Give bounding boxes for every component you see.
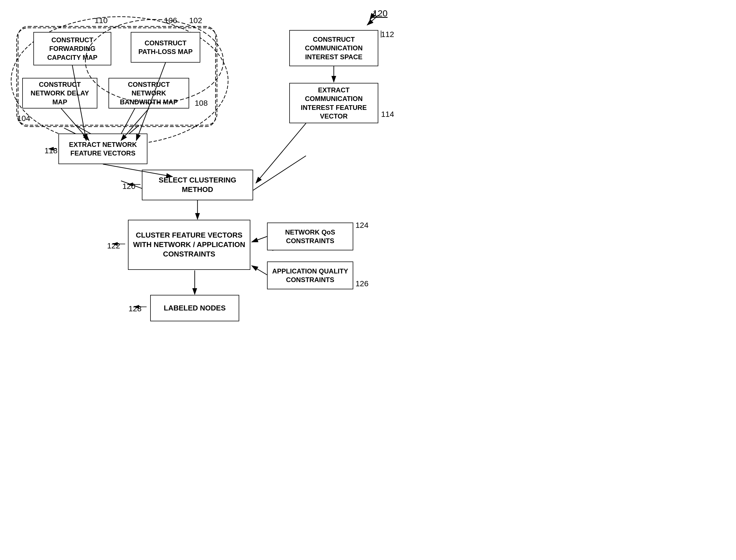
- labeled-nodes-box: LABELED NODES: [150, 295, 239, 321]
- extract-comm-interest-box: EXTRACT COMMUNICATION INTEREST FEATURE V…: [289, 83, 378, 123]
- construct-bandwidth-label: CONSTRUCT NETWORK BANDWIDTH MAP: [112, 80, 185, 106]
- app-quality-box: APPLICATION QUALITY CONSTRAINTS: [267, 262, 353, 289]
- svg-line-15: [370, 11, 376, 19]
- cluster-feature-box: CLUSTER FEATURE VECTORS WITH NETWORK / A…: [128, 220, 250, 270]
- ref-110: 110: [95, 16, 108, 25]
- select-clustering-label: SELECT CLUSTERING METHOD: [146, 176, 249, 194]
- ref-108: 108: [195, 99, 208, 108]
- ref-104: 104: [17, 114, 30, 123]
- construct-pathloss-label: CONSTRUCT PATH-LOSS MAP: [135, 39, 196, 56]
- diagram: 120 110 106 102 104 108 CONSTRUCT FORWAR…: [0, 0, 736, 560]
- select-clustering-box: SELECT CLUSTERING METHOD: [142, 170, 253, 200]
- ref-102: 102: [189, 16, 202, 25]
- svg-line-28: [256, 123, 306, 183]
- construct-delay-box: CONSTRUCT NETWORK DELAY MAP: [22, 78, 97, 108]
- extract-comm-interest-label: EXTRACT COMMUNICATION INTEREST FEATURE V…: [293, 86, 374, 120]
- ref-126: 126: [355, 279, 369, 288]
- construct-bandwidth-box: CONSTRUCT NETWORK BANDWIDTH MAP: [108, 78, 189, 108]
- ref-114: 114: [381, 110, 394, 119]
- ref-112-arrow: [378, 28, 392, 39]
- construct-delay-label: CONSTRUCT NETWORK DELAY MAP: [26, 80, 93, 106]
- labeled-nodes-label: LABELED NODES: [164, 304, 226, 313]
- ref-100-arrow: [364, 6, 381, 22]
- ref-120-arrow: [122, 180, 145, 189]
- app-quality-label: APPLICATION QUALITY CONSTRAINTS: [271, 267, 349, 284]
- network-qos-label: NETWORK QoS CONSTRAINTS: [271, 228, 349, 245]
- construct-forwarding-box: CONSTRUCT FORWARDING CAPACITY MAP: [33, 32, 111, 65]
- ref-124: 124: [355, 221, 369, 230]
- ref-128-arrow: [129, 303, 151, 311]
- network-qos-box: NETWORK QoS CONSTRAINTS: [267, 223, 353, 250]
- cluster-feature-label: CLUSTER FEATURE VECTORS WITH NETWORK / A…: [132, 231, 246, 259]
- extract-network-label: EXTRACT NETWORK FEATURE VECTORS: [62, 140, 144, 157]
- construct-comm-interest-box: CONSTRUCT COMMUNICATION INTEREST SPACE: [289, 30, 378, 66]
- svg-line-31: [252, 266, 267, 275]
- construct-forwarding-label: CONSTRUCT FORWARDING CAPACITY MAP: [37, 36, 107, 62]
- svg-line-30: [252, 236, 267, 242]
- construct-pathloss-box: CONSTRUCT PATH-LOSS MAP: [131, 32, 200, 63]
- construct-comm-interest-label: CONSTRUCT COMMUNICATION INTEREST SPACE: [293, 35, 374, 61]
- ref-106: 106: [164, 16, 177, 25]
- ref-118-arrow: [43, 145, 60, 153]
- ref-122-arrow: [107, 240, 129, 248]
- extract-network-box: EXTRACT NETWORK FEATURE VECTORS: [58, 134, 147, 164]
